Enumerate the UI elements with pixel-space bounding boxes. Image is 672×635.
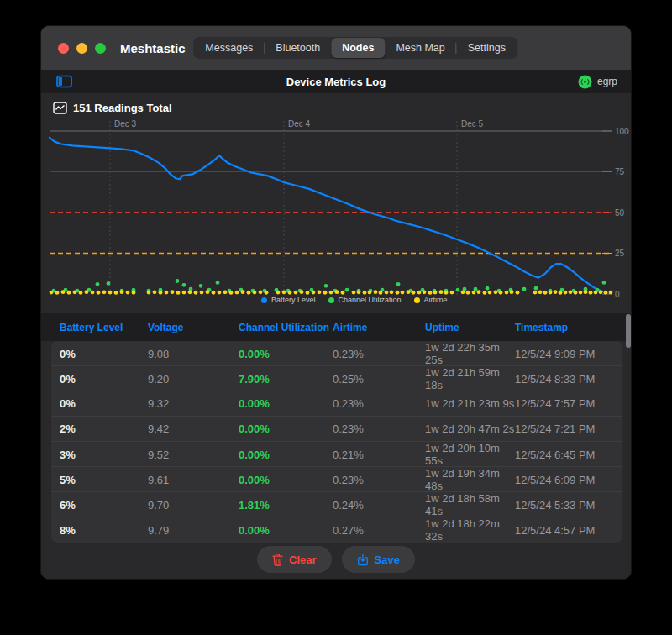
chart-legend: Battery LevelChannel UtilizationAirtime xyxy=(261,296,448,304)
svg-text:0: 0 xyxy=(615,290,620,299)
airtime-cell: 0.24% xyxy=(333,499,425,512)
table-row[interactable]: 8%9.790.00%0.27%1w 2d 18h 22m 32s12/5/24… xyxy=(51,517,622,543)
node-shortname: egrp xyxy=(597,76,617,87)
uptime-cell: 1w 2d 21h 59m 18s xyxy=(425,366,515,391)
legend-dot xyxy=(414,297,420,303)
voltage-cell: 9.32 xyxy=(148,397,239,410)
airtime-cell: 0.23% xyxy=(333,397,425,410)
legend-item-battery-level: Battery Level xyxy=(261,296,316,304)
channel-utilization-cell: 0.00% xyxy=(239,449,333,461)
save-icon xyxy=(357,554,369,566)
page-title: Device Metrics Log xyxy=(286,76,386,88)
airtime-cell: 0.23% xyxy=(333,474,425,486)
timestamp-cell: 12/5/24 7:21 PM xyxy=(515,422,614,435)
channel-utilization-cell: 0.00% xyxy=(239,524,333,537)
legend-dot xyxy=(261,297,267,303)
minimize-button[interactable] xyxy=(76,43,87,54)
column-header-timestamp[interactable]: Timestamp xyxy=(515,322,612,333)
uptime-cell: 1w 2d 19h 34m 48s xyxy=(425,467,515,492)
footer-bar: Clear Save xyxy=(41,543,631,580)
connected-node-chip[interactable]: egrp xyxy=(578,75,617,89)
legend-item-channel-utilization: Channel Utilization xyxy=(328,296,402,304)
battery-level-cell: 0% xyxy=(60,348,148,360)
channel-utilization-cell: 0.00% xyxy=(239,348,333,360)
legend-dot xyxy=(328,297,334,303)
timestamp-cell: 12/5/24 9:09 PM xyxy=(515,348,614,360)
table-row[interactable]: 0%9.080.00%0.23%1w 2d 22h 35m 25s12/5/24… xyxy=(51,341,622,366)
uptime-cell: 1w 2d 22h 35m 25s xyxy=(425,341,515,366)
channel-utilization-cell: 1.81% xyxy=(239,499,333,512)
column-header-voltage[interactable]: Voltage xyxy=(148,322,239,333)
table-row[interactable]: 5%9.610.00%0.23%1w 2d 19h 34m 48s12/5/24… xyxy=(51,467,622,492)
channel-utilization-cell: 0.00% xyxy=(239,422,333,435)
clear-button-label: Clear xyxy=(289,554,317,566)
scrollbar-thumb[interactable] xyxy=(626,314,631,348)
metrics-chart: Dec 3Dec 4Dec 50255075100 xyxy=(41,118,632,313)
sidebar-toggle-button[interactable] xyxy=(56,75,72,88)
table-row[interactable]: 0%9.320.00%0.23%1w 2d 21h 23m 9s12/5/24 … xyxy=(51,391,622,417)
table-header-zone: Battery LevelVoltageChannel UtilizationA… xyxy=(41,313,631,341)
clear-button[interactable]: Clear xyxy=(257,546,332,573)
uptime-cell: 1w 2d 18h 22m 32s xyxy=(425,517,515,543)
column-header-uptime[interactable]: Uptime xyxy=(425,322,515,333)
desktop-background: Meshtastic MessagesBluetoothNodesMesh Ma… xyxy=(0,0,672,635)
timestamp-cell: 12/5/24 4:57 PM xyxy=(515,524,614,537)
toolbar: Device Metrics Log egrp xyxy=(41,70,631,93)
voltage-cell: 9.61 xyxy=(148,474,239,486)
chart-section: 151 Readings Total Dec 3Dec 4Dec 5025507… xyxy=(41,93,631,313)
battery-level-cell: 5% xyxy=(60,474,148,486)
traffic-lights xyxy=(58,43,106,54)
table-row[interactable]: 2%9.420.00%0.23%1w 2d 20h 47m 2s12/5/24 … xyxy=(51,417,622,442)
airtime-cell: 0.23% xyxy=(333,422,425,435)
svg-text:25: 25 xyxy=(615,249,625,258)
svg-text:Dec 4: Dec 4 xyxy=(288,119,311,129)
battery-level-cell: 8% xyxy=(60,524,148,537)
svg-text:50: 50 xyxy=(615,208,625,218)
sidebar-icon xyxy=(56,75,72,88)
legend-label: Airtime xyxy=(424,296,448,304)
trash-icon xyxy=(272,554,283,566)
channel-utilization-cell: 7.90% xyxy=(239,373,333,386)
legend-item-airtime: Airtime xyxy=(414,296,448,304)
timestamp-cell: 12/5/24 7:57 PM xyxy=(515,397,614,410)
tab-bar: MessagesBluetoothNodesMesh MapSettings xyxy=(193,37,517,59)
table-header-row: Battery LevelVoltageChannel UtilizationA… xyxy=(51,313,621,341)
timestamp-cell: 12/5/24 6:45 PM xyxy=(515,449,614,461)
close-button[interactable] xyxy=(58,43,69,54)
channel-utilization-cell: 0.00% xyxy=(239,397,333,410)
column-header-channel-utilization[interactable]: Channel Utilization xyxy=(239,322,333,333)
airtime-cell: 0.21% xyxy=(333,449,425,461)
battery-level-cell: 6% xyxy=(60,499,148,512)
uptime-cell: 1w 2d 20h 47m 2s xyxy=(425,422,515,435)
tab-settings[interactable]: Settings xyxy=(457,38,517,58)
airtime-cell: 0.23% xyxy=(333,348,425,360)
airtime-cell: 0.25% xyxy=(333,373,425,386)
app-title: Meshtastic xyxy=(120,41,186,55)
tab-nodes[interactable]: Nodes xyxy=(331,38,385,58)
save-button[interactable]: Save xyxy=(342,546,415,573)
voltage-cell: 9.20 xyxy=(148,373,239,386)
tab-bluetooth[interactable]: Bluetooth xyxy=(265,38,331,58)
voltage-cell: 9.79 xyxy=(148,524,239,537)
column-header-airtime[interactable]: Airtime xyxy=(333,322,425,333)
battery-level-cell: 0% xyxy=(60,397,148,410)
title-bar: Meshtastic MessagesBluetoothNodesMesh Ma… xyxy=(41,26,631,70)
uptime-cell: 1w 2d 20h 10m 55s xyxy=(425,442,515,467)
readings-total-label: 151 Readings Total xyxy=(73,102,172,114)
svg-text:75: 75 xyxy=(615,167,625,176)
table-row[interactable]: 0%9.207.90%0.25%1w 2d 21h 59m 18s12/5/24… xyxy=(51,366,622,391)
tab-messages[interactable]: Messages xyxy=(194,38,264,58)
zoom-button[interactable] xyxy=(95,43,106,54)
voltage-cell: 9.52 xyxy=(148,449,239,461)
column-header-battery-level[interactable]: Battery Level xyxy=(60,322,148,333)
voltage-cell: 9.70 xyxy=(148,499,239,512)
meshtastic-window: Meshtastic MessagesBluetoothNodesMesh Ma… xyxy=(40,25,632,580)
voltage-cell: 9.42 xyxy=(148,422,239,435)
timestamp-cell: 12/5/24 6:09 PM xyxy=(515,474,614,486)
table-row[interactable]: 6%9.701.81%0.24%1w 2d 18h 58m 41s12/5/24… xyxy=(51,492,622,517)
node-signal-icon xyxy=(578,75,592,89)
battery-level-cell: 0% xyxy=(60,373,148,386)
chart-line-icon xyxy=(53,102,67,114)
tab-mesh-map[interactable]: Mesh Map xyxy=(385,38,455,58)
table-row[interactable]: 3%9.520.00%0.21%1w 2d 20h 10m 55s12/5/24… xyxy=(51,442,622,467)
